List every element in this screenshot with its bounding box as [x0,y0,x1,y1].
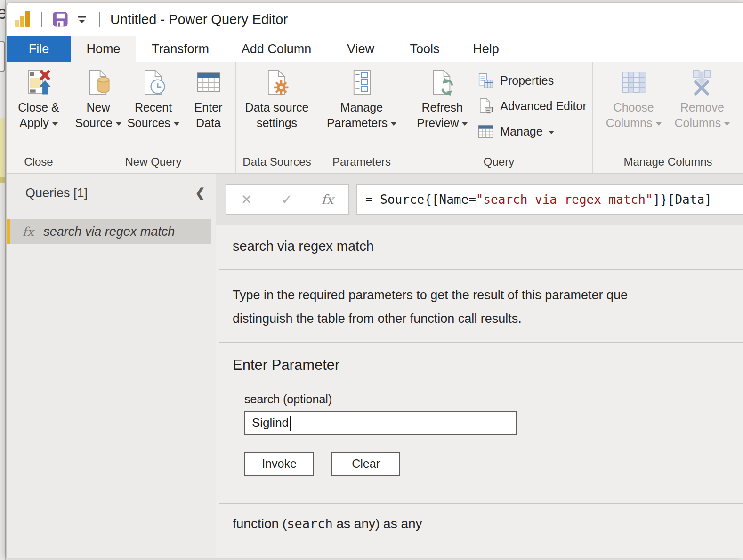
group-label-data-sources: Data Sources [236,155,318,173]
enter-data-button[interactable]: Enter Data [181,69,235,131]
ribbon-group-close: Close & Apply Close [7,62,71,173]
backdrop-yellow-strip-dark [0,177,5,183]
ribbon: Close & Apply Close New Source [7,62,743,174]
group-label-parameters: Parameters [318,155,405,173]
formula-input[interactable]: = Source{[Name="search via regex match"]… [356,184,743,215]
chevron-down-icon [462,122,468,126]
ribbon-group-parameters: Manage Parameters Parameters [318,62,405,173]
tab-tools[interactable]: Tools [394,36,456,62]
function-signature: function (search as any) as any [233,516,743,531]
power-query-editor-window: Untitled - Power Query Editor File Home … [6,2,743,558]
formula-actions: ✕ ✓ fx [226,184,349,215]
tab-transform[interactable]: Transform [136,36,225,62]
ribbon-group-new-query: New Source Recent Sources [71,62,236,173]
enter-data-icon [195,69,222,96]
manage-parameters-button[interactable]: Manage Parameters [327,69,396,131]
invoke-button[interactable]: Invoke [244,452,314,476]
advanced-editor-button[interactable]: Advanced Editor [477,93,586,119]
cancel-icon[interactable]: ✕ [241,192,252,208]
new-source-button[interactable]: New Source [71,69,125,131]
add-step-fx-icon[interactable]: fx [321,192,333,208]
function-icon: fx [22,224,34,239]
titlebar-separator [41,12,42,27]
description-text: Type in the required parameters to get t… [233,283,743,330]
backdrop-window-edge [5,0,6,560]
function-invocation-pane: search via regex match Type in the requi… [216,225,743,558]
backdrop-window-fragment [0,41,5,72]
manage-icon [477,123,494,140]
group-label-close: Close [7,155,71,173]
divider [219,342,743,343]
save-icon[interactable] [52,11,69,28]
properties-button[interactable]: Properties [477,68,586,93]
chevron-down-icon [724,122,730,126]
group-label-manage-columns: Manage Columns [593,155,743,173]
chevron-down-icon [656,122,662,126]
formula-bar: ✕ ✓ fx = Source{[Name="search via regex … [216,174,743,225]
titlebar-separator [99,12,100,27]
tab-add-column[interactable]: Add Column [225,36,328,62]
divider [219,269,743,270]
group-label-query: Query [405,155,592,173]
tab-view[interactable]: View [328,36,394,62]
queries-panel-title: Queries [1] [25,186,88,200]
chevron-down-icon [116,122,121,126]
manage-button[interactable]: Manage [477,119,586,144]
search-parameter-input[interactable]: Siglind [244,411,517,435]
collapse-panel-icon[interactable]: ❮ [195,186,205,200]
clear-button[interactable]: Clear [331,452,400,476]
properties-icon [477,72,494,89]
tab-home[interactable]: Home [71,36,136,62]
queries-panel: Queries [1] ❮ fx search via regex match [7,174,216,558]
tab-file[interactable]: File [7,36,71,62]
remove-columns-icon [688,69,716,96]
search-parameter-label: search (optional) [244,392,743,406]
ribbon-group-manage-columns: Choose Columns Remove Columns [593,62,743,173]
quick-access-toolbar-dropdown-icon[interactable] [75,13,89,26]
choose-columns-icon [620,69,647,96]
refresh-preview-icon [428,69,456,96]
close-and-apply-icon [25,69,52,96]
remove-columns-button[interactable]: Remove Columns [675,69,730,131]
chevron-down-icon [549,131,554,134]
power-bi-logo-icon [14,10,33,29]
divider [219,503,743,504]
signature-param-name: search [287,516,333,531]
data-source-settings-button[interactable]: Data source settings [245,69,309,131]
ribbon-tab-row: File Home Transform Add Column View Tool… [7,36,743,62]
new-source-icon [85,69,112,96]
main-area: ✕ ✓ fx = Source{[Name="search via regex … [216,174,743,558]
close-and-apply-button[interactable]: Close & Apply [18,69,59,131]
text-caret [290,416,291,431]
query-list-item[interactable]: fx search via regex match [7,219,216,244]
recent-sources-icon [140,69,167,96]
recent-sources-button[interactable]: Recent Sources [126,69,180,131]
query-title: search via regex match [233,239,743,254]
group-label-new-query: New Query [71,155,235,173]
title-bar: Untitled - Power Query Editor [7,3,743,36]
chevron-down-icon [174,122,179,126]
query-name: search via regex match [43,224,175,239]
selected-accent-bar [7,219,10,244]
manage-parameters-icon [348,69,375,96]
window-title: Untitled - Power Query Editor [110,12,288,27]
tab-help[interactable]: Help [456,36,516,62]
check-icon[interactable]: ✓ [281,192,292,208]
ribbon-group-data-sources: Data source settings Data Sources [236,62,318,173]
enter-parameter-heading: Enter Parameter [233,357,743,374]
editor-body: Queries [1] ❮ fx search via regex match … [7,174,743,558]
data-source-settings-icon [263,69,291,96]
formula-string-literal: "search via regex match" [476,192,653,207]
backdrop-yellow-strip [0,118,5,177]
chevron-down-icon [52,122,58,126]
refresh-preview-button[interactable]: Refresh Preview [411,69,473,131]
ribbon-group-query: Refresh Preview Properties [405,62,593,173]
advanced-editor-icon [477,97,494,115]
choose-columns-button[interactable]: Choose Columns [606,69,662,131]
chevron-down-icon [391,122,396,126]
